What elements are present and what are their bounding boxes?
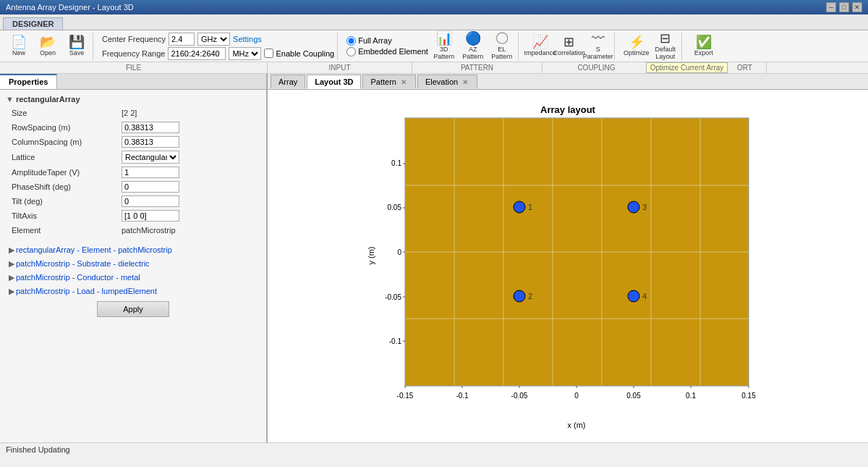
y-axis-label: y (m) bbox=[367, 246, 375, 264]
properties-content: ▼ rectangularArray Size [2 2] RowSpacing… bbox=[0, 90, 266, 442]
minimize-button[interactable]: ─ bbox=[826, 2, 836, 12]
x-tick-0.15: 0.15 bbox=[741, 392, 756, 400]
impedance-label: Impedance bbox=[524, 49, 557, 56]
freq-range-input[interactable] bbox=[168, 47, 226, 60]
save-button[interactable]: 💾 Save bbox=[64, 33, 90, 60]
amplitude-taper-input[interactable] bbox=[122, 167, 179, 178]
lattice-select[interactable]: Rectangular Triangular bbox=[122, 151, 179, 164]
tab-layout-3d[interactable]: Layout 3D bbox=[307, 75, 361, 89]
tree-item-2[interactable]: ▶patchMicrostrip - Conductor - metal bbox=[6, 271, 260, 285]
designer-tab-bar: DESIGNER bbox=[0, 14, 868, 30]
window-controls: ─ □ ✕ bbox=[826, 2, 862, 12]
input-section-label: INPUT bbox=[268, 62, 412, 73]
tilt-input[interactable] bbox=[122, 195, 179, 207]
tree-item-3[interactable]: ▶patchMicrostrip - Load - lumpedElement bbox=[6, 285, 260, 298]
correlation-button[interactable]: ⊞ Correlation bbox=[556, 33, 582, 60]
correlation-icon: ⊞ bbox=[563, 35, 574, 49]
new-button[interactable]: 📄 New bbox=[6, 33, 32, 60]
element-row: Element patchMicrostrip bbox=[6, 223, 260, 237]
optimize-icon: ⚡ bbox=[629, 35, 644, 49]
x-tick-neg0.05: -0.05 bbox=[511, 392, 528, 400]
col-spacing-row: ColumnSpacing (m) bbox=[6, 135, 260, 149]
right-panel: Array Layout 3D Pattern ✕ Elevation ✕ Ar… bbox=[268, 74, 868, 442]
tab-pattern[interactable]: Pattern ✕ bbox=[362, 75, 415, 88]
antenna-point-2 bbox=[514, 290, 525, 302]
antenna-label-2: 2 bbox=[528, 292, 532, 300]
apply-button[interactable]: Apply bbox=[97, 301, 169, 317]
tab-elevation-close[interactable]: ✕ bbox=[461, 77, 469, 86]
impedance-icon: 📈 bbox=[532, 35, 548, 49]
export-toolbar-group: ✅ Export bbox=[688, 33, 720, 60]
save-icon: 💾 bbox=[69, 35, 85, 49]
amplitude-taper-label: AmplitudeTaper (V) bbox=[6, 168, 122, 177]
col-spacing-label: ColumnSpacing (m) bbox=[6, 138, 122, 146]
optimize-label: Optimize bbox=[624, 49, 650, 56]
center-freq-unit-select[interactable]: GHz MHz bbox=[197, 33, 230, 46]
lattice-label: Lattice bbox=[6, 153, 122, 161]
phase-shift-input[interactable] bbox=[122, 181, 179, 193]
file-toolbar-group: 📄 New 📂 Open 💾 Save bbox=[3, 33, 93, 60]
tab-array-label: Array bbox=[278, 77, 297, 86]
center-freq-input[interactable] bbox=[169, 33, 195, 46]
tab-pattern-close[interactable]: ✕ bbox=[399, 77, 408, 86]
tree-item-0[interactable]: ▶rectangularArray - Element - patchMicro… bbox=[6, 243, 260, 257]
optimize-button[interactable]: ⚡ Optimize bbox=[624, 33, 650, 60]
properties-tab-bar: Properties bbox=[0, 74, 266, 90]
export-label: Export bbox=[694, 49, 713, 56]
az-pattern-button[interactable]: 🔵 AZ Pattern bbox=[460, 33, 486, 60]
default-layout-label: Default Layout bbox=[653, 46, 678, 60]
col-spacing-input[interactable] bbox=[122, 136, 179, 148]
open-icon: 📂 bbox=[40, 35, 56, 49]
embedded-element-radio-label[interactable]: Embedded Element bbox=[346, 47, 428, 56]
s-parameter-button[interactable]: 〰 S Parameter bbox=[585, 33, 611, 60]
default-layout-button[interactable]: ⊟ Default Layout bbox=[652, 33, 678, 60]
row-spacing-input[interactable] bbox=[122, 122, 179, 133]
settings-link[interactable]: Settings bbox=[233, 35, 262, 43]
tree-item-1[interactable]: ▶patchMicrostrip - Substrate - dielectri… bbox=[6, 257, 260, 271]
size-row: Size [2 2] bbox=[6, 106, 260, 120]
section-labels-bar: FILE INPUT PATTERN COUPLING OPTIMIZE Opt… bbox=[0, 62, 868, 74]
x-tick-0.1: 0.1 bbox=[686, 392, 696, 400]
antenna-label-4: 4 bbox=[642, 292, 647, 300]
open-button[interactable]: 📂 Open bbox=[35, 33, 61, 60]
full-array-radio[interactable] bbox=[346, 36, 356, 46]
antenna-point-3 bbox=[628, 201, 639, 213]
tilt-axis-row: TiltAxis bbox=[6, 209, 260, 223]
rectangular-array-header[interactable]: ▼ rectangularArray bbox=[6, 93, 260, 106]
pattern-toolbar-group: Full Array Embedded Element 📊 3D Pattern… bbox=[344, 33, 519, 60]
embedded-element-radio[interactable] bbox=[346, 47, 356, 56]
tilt-row: Tilt (deg) bbox=[6, 194, 260, 209]
y-tick-neg0.1: -0.1 bbox=[389, 337, 402, 345]
enable-coupling-checkbox[interactable] bbox=[264, 49, 273, 58]
close-button[interactable]: ✕ bbox=[852, 2, 862, 12]
tab-elevation[interactable]: Elevation ✕ bbox=[417, 75, 477, 88]
lattice-row: Lattice Rectangular Triangular bbox=[6, 149, 260, 165]
status-bar: Finished Updating bbox=[0, 442, 868, 455]
pattern-section-label: PATTERN bbox=[412, 62, 542, 73]
x-tick-neg0.15: -0.15 bbox=[397, 392, 414, 400]
3d-pattern-label: 3D Pattern bbox=[432, 46, 456, 60]
full-array-label: Full Array bbox=[358, 36, 391, 45]
impedance-button[interactable]: 📈 Impedance bbox=[527, 33, 553, 60]
x-axis-label: x (m) bbox=[567, 421, 585, 429]
tilt-axis-input[interactable] bbox=[122, 210, 179, 222]
center-freq-label: Center Frequency bbox=[102, 35, 166, 43]
maximize-button[interactable]: □ bbox=[839, 2, 849, 12]
default-layout-icon: ⊟ bbox=[660, 32, 671, 45]
enable-coupling-check[interactable]: Enable Coupling bbox=[264, 49, 334, 58]
tab-pattern-label: Pattern bbox=[370, 77, 396, 86]
x-tick-neg0.1: -0.1 bbox=[456, 392, 469, 400]
el-pattern-button[interactable]: 〇 EL Pattern bbox=[489, 33, 515, 60]
freq-range-unit-select[interactable]: MHz GHz bbox=[229, 47, 261, 60]
export-button[interactable]: ✅ Export bbox=[691, 33, 717, 60]
properties-tab[interactable]: Properties bbox=[0, 74, 57, 89]
full-array-radio-label[interactable]: Full Array bbox=[346, 36, 428, 46]
3d-pattern-icon: 📊 bbox=[436, 32, 452, 45]
tab-array[interactable]: Array bbox=[271, 75, 305, 88]
title-bar: Antenna Array Designer - Layout 3D ─ □ ✕ bbox=[0, 0, 868, 14]
content-tab-bar: Array Layout 3D Pattern ✕ Elevation ✕ bbox=[268, 74, 868, 90]
new-label: New bbox=[12, 49, 25, 56]
designer-tab[interactable]: DESIGNER bbox=[3, 17, 63, 30]
size-value: [2 2] bbox=[122, 109, 137, 117]
3d-pattern-button[interactable]: 📊 3D Pattern bbox=[431, 33, 457, 60]
